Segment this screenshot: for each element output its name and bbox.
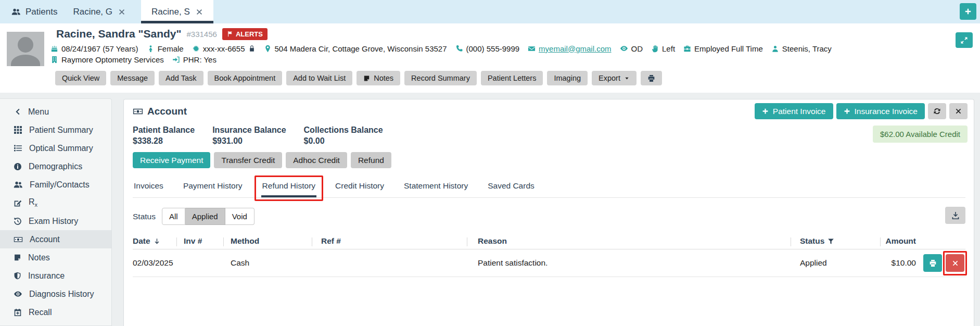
email-link[interactable]: myemail@gmail.com <box>539 44 611 53</box>
address: 504 Madera Cir, Cottage Grove, Wisconsin… <box>275 44 447 53</box>
insurance-invoice-button[interactable]: Insurance Invoice <box>836 103 925 119</box>
close-panel-button[interactable] <box>949 103 968 119</box>
column-divider <box>791 237 791 246</box>
expand-icon <box>960 36 968 44</box>
book-appointment-button[interactable]: Book Appointment <box>208 71 283 85</box>
filter-funnel-icon[interactable] <box>828 238 834 245</box>
patient-letters-button[interactable]: Patient Letters <box>481 71 543 85</box>
record-summary-button[interactable]: Record Summary <box>404 71 477 85</box>
eye-icon <box>620 44 628 53</box>
patient-tab-racine-s[interactable]: Racine, S <box>141 0 213 23</box>
chevron-left-icon <box>14 108 21 116</box>
download-table-button[interactable] <box>945 207 965 224</box>
button-label: Book Appointment <box>214 74 276 82</box>
adhoc-credit-button[interactable]: Adhoc Credit <box>286 152 347 168</box>
patients-module[interactable]: Patients <box>11 0 57 23</box>
refresh-button[interactable] <box>928 103 946 119</box>
receive-payment-button[interactable]: Receive Payment <box>133 152 210 168</box>
print-refund-button[interactable] <box>923 254 942 272</box>
close-tab-icon[interactable] <box>196 8 203 16</box>
refund-table-row: 02/03/2025 Cash Patient satisfaction. Ap… <box>133 249 965 277</box>
column-header-status[interactable]: Status <box>800 236 834 246</box>
sidebar-item-systemic-medications[interactable]: Systemic Medications <box>0 321 111 326</box>
void-refund-button[interactable] <box>946 254 964 272</box>
add-to-wait-list-button[interactable]: Add to Wait List <box>286 71 352 85</box>
print-button[interactable] <box>641 71 662 85</box>
column-header-reason[interactable]: Reason <box>478 236 507 246</box>
sidebar-item-demographics[interactable]: Demographics <box>0 157 111 175</box>
status-filter-void[interactable]: Void <box>225 208 254 225</box>
sidebar-item-diagnosis-history[interactable]: Diagnosis History <box>0 285 111 303</box>
column-header-ref[interactable]: Ref # <box>321 236 341 246</box>
lock-icon <box>248 45 256 52</box>
insurance-balance: Insurance Balance $931.00 <box>212 126 286 146</box>
sidebar-item-notes[interactable]: Notes <box>0 248 111 267</box>
column-header-amount[interactable]: Amount <box>885 236 916 246</box>
ssn: xxx-xx-6655 <box>203 44 245 53</box>
imaging-button[interactable]: Imaging <box>547 71 588 85</box>
plus-icon <box>762 108 769 115</box>
sidebar-item-recall[interactable]: Recall <box>0 303 111 321</box>
flag-icon <box>227 31 233 37</box>
add-task-button[interactable]: Add Task <box>159 71 203 85</box>
tab-payment-history[interactable]: Payment History <box>182 180 244 197</box>
tab-credit-history[interactable]: Credit History <box>334 180 385 197</box>
phone-icon <box>455 45 463 53</box>
sidebar-item-label: Notes <box>28 253 50 262</box>
patients-icon <box>11 7 21 17</box>
top-tab-bar: Patients Racine, G Racine, S <box>0 0 980 23</box>
tab-saved-cards[interactable]: Saved Cards <box>487 180 536 197</box>
column-header-inv[interactable]: Inv # <box>184 236 202 246</box>
button-label: Patient Letters <box>488 74 537 82</box>
sort-descending-icon[interactable] <box>154 238 160 245</box>
sidebar-item-patient-summary[interactable]: Patient Summary <box>0 121 111 139</box>
column-header-method[interactable]: Method <box>231 236 259 246</box>
button-label: Export <box>599 74 620 82</box>
sidebar-item-family-contacts[interactable]: Family/Contacts <box>0 175 111 194</box>
notes-button[interactable]: Notes <box>357 71 400 85</box>
status-filter-all[interactable]: All <box>162 208 185 225</box>
status-filter-applied[interactable]: Applied <box>185 208 225 225</box>
sidebar-item-account[interactable]: Account <box>0 230 111 248</box>
sidebar-item-menu[interactable]: Menu <box>0 103 111 121</box>
sidebar-item-label: Optical Summary <box>29 144 93 153</box>
tab-refund-history[interactable]: Refund History <box>261 180 317 197</box>
patient-tab-label: Racine, G <box>73 7 112 17</box>
account-title: Account <box>133 106 187 117</box>
alerts-badge[interactable]: ALERTS <box>222 28 268 40</box>
export-dropdown-button[interactable]: Export <box>592 71 637 85</box>
message-button[interactable]: Message <box>110 71 155 85</box>
money-bill-icon <box>14 235 23 244</box>
invoice-buttons: Patient Invoice Insurance Invoice <box>755 103 968 119</box>
dominant-hand: Left <box>662 44 675 53</box>
expand-header-button[interactable] <box>956 32 973 48</box>
add-patient-tab-button[interactable] <box>960 3 976 20</box>
sidebar-item-label: Menu <box>28 107 49 117</box>
column-header-date[interactable]: Date <box>133 236 160 246</box>
sidebar-item-label: Family/Contacts <box>30 180 90 190</box>
hand-icon <box>651 45 659 53</box>
sidebar-item-exam-history[interactable]: Exam History <box>0 212 111 230</box>
x-mark-icon <box>952 260 959 267</box>
sidebar-item-insurance[interactable]: Insurance <box>0 267 111 285</box>
transfer-credit-button[interactable]: Transfer Credit <box>214 152 282 168</box>
refund-button[interactable]: Refund <box>351 152 391 168</box>
avatar <box>7 32 44 66</box>
patient-balance: Patient Balance $338.28 <box>133 126 195 146</box>
gender: Female <box>158 44 184 53</box>
quick-view-button[interactable]: Quick View <box>55 71 106 85</box>
patient-tab-label: Racine, S <box>151 7 190 17</box>
patient-tab-racine-g[interactable]: Racine, G <box>62 0 136 23</box>
patient-invoice-button[interactable]: Patient Invoice <box>755 103 833 119</box>
sidebar-item-optical-summary[interactable]: Optical Summary <box>0 139 111 157</box>
cell-amount: $10.00 <box>892 258 916 268</box>
note-icon <box>363 75 370 82</box>
column-divider <box>880 237 881 246</box>
tab-invoices[interactable]: Invoices <box>133 180 164 197</box>
list-icon <box>14 144 22 153</box>
printer-icon <box>647 74 655 82</box>
tab-statement-history[interactable]: Statement History <box>403 180 469 197</box>
column-divider <box>223 237 224 246</box>
sidebar-item-rx[interactable]: Rx <box>0 194 111 212</box>
close-tab-icon[interactable] <box>118 8 125 16</box>
